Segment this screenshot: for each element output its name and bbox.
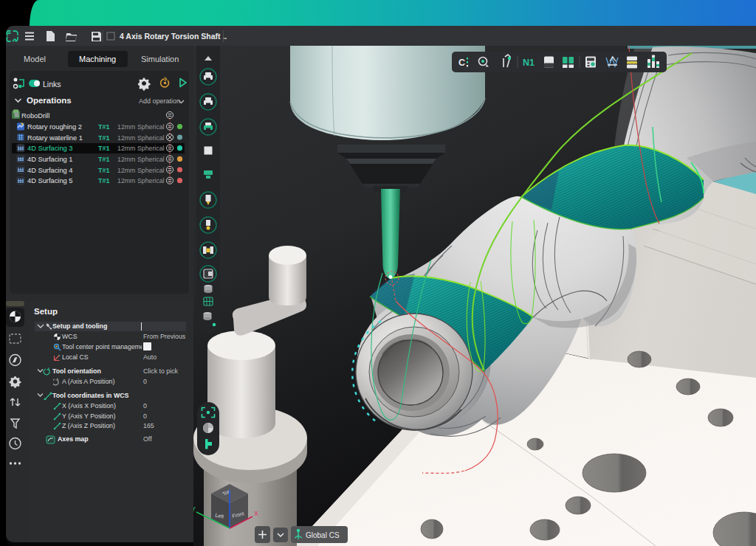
- svg-text:12mm Spherical: 12mm Spherical: [117, 145, 165, 152]
- svg-text:N1: N1: [523, 58, 535, 68]
- svg-text:4D Surfacing 1: 4D Surfacing 1: [27, 156, 73, 163]
- svg-text:4 Axis Rotary Torsion Shaft ..: 4 Axis Rotary Torsion Shaft ...: [120, 32, 227, 41]
- svg-text:T#1: T#1: [98, 123, 110, 131]
- svg-text:RoboDrill: RoboDrill: [21, 112, 49, 120]
- svg-text:12mm Spherical: 12mm Spherical: [117, 156, 165, 163]
- svg-text:12mm Spherical: 12mm Spherical: [117, 167, 165, 174]
- svg-text:Global CS: Global CS: [306, 531, 340, 539]
- svg-text:Rotary roughing 2: Rotary roughing 2: [27, 123, 82, 131]
- svg-text:T#1: T#1: [98, 177, 110, 184]
- svg-text:Y: Y: [193, 505, 196, 513]
- svg-text:T#1: T#1: [98, 167, 110, 174]
- svg-text:T#1: T#1: [98, 134, 110, 142]
- svg-text:Rotary waterline 1: Rotary waterline 1: [27, 134, 83, 142]
- svg-text:4D Surfacing 5: 4D Surfacing 5: [27, 177, 73, 184]
- svg-text:12mm Spherical: 12mm Spherical: [117, 123, 165, 131]
- svg-text:12mm Spherical: 12mm Spherical: [117, 177, 165, 184]
- svg-text:4D Surfacing 4: 4D Surfacing 4: [27, 167, 73, 174]
- svg-text:T#1: T#1: [98, 156, 110, 163]
- svg-text:12mm Spherical: 12mm Spherical: [117, 134, 165, 142]
- svg-text:4D Surfacing 3: 4D Surfacing 3: [27, 145, 73, 152]
- svg-text:C: C: [458, 58, 465, 68]
- svg-text:X: X: [254, 510, 258, 517]
- svg-text:T#1: T#1: [98, 145, 110, 152]
